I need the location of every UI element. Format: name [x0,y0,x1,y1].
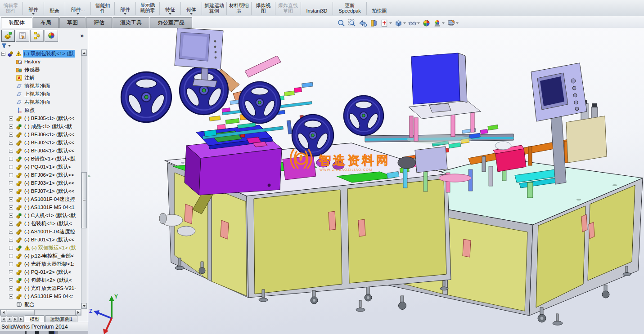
expand-box-icon[interactable] [9,254,13,258]
expand-box-icon[interactable] [9,230,13,234]
ribbon-button-update-speedpak[interactable]: 更新 Speedpak [334,0,365,16]
ribbon-button-show-hidden-components[interactable]: 显示隐藏的零部件 [137,0,158,16]
dropdown-caret-icon[interactable] [77,13,79,15]
reel-4[interactable] [292,115,333,156]
view-settings-button[interactable] [446,18,459,28]
display-style-button[interactable] [394,18,406,28]
tree-item[interactable]: (-) 双侧搬运<1> (默 [0,244,81,252]
tree-item[interactable]: 原点 [0,106,81,114]
command-tab-render-tools[interactable]: 渲染工具 [113,17,149,28]
tab-feature-manager[interactable] [1,30,15,42]
command-tab-layout[interactable]: 布局 [33,17,59,28]
expand-box-icon[interactable] [9,262,13,266]
tree-item[interactable]: (-) B错位<1> (默认<默 [0,155,81,163]
tree-item[interactable]: (-) PQ-01<2> (默认< [0,268,81,276]
tree-item[interactable]: (-) AS1001F-04速度控 [0,227,81,236]
tree-item[interactable]: (-) 光纤放大器托架<1: [0,260,81,268]
filter-dropdown-caret[interactable] [8,45,11,47]
ribbon-button-bill-of-materials[interactable]: 材料明细表 [228,0,250,16]
expand-box-icon[interactable] [9,165,13,169]
panel-expand-button[interactable]: » [80,32,86,39]
tree-item[interactable]: 传感器 [0,66,81,74]
dropdown-caret-icon[interactable] [124,13,126,15]
expand-box-icon[interactable] [9,173,13,177]
view-orientation-button[interactable] [380,18,392,28]
ribbon-button-assembly-features[interactable]: 特征 [161,0,180,16]
tree-item[interactable]: 前视基准面 [0,82,81,90]
first-tab-button[interactable] [1,316,6,322]
tab-motion-study-1[interactable]: 运动算例1 [45,316,77,322]
expand-box-icon[interactable] [9,294,13,298]
tab-property-manager[interactable] [16,30,29,42]
tree-item[interactable]: History [0,58,81,66]
dropdown-caret-icon[interactable] [169,13,171,15]
apply-scene-button[interactable] [432,18,445,28]
last-tab-button[interactable] [18,316,24,322]
expand-box-icon[interactable] [9,238,13,242]
tree-item[interactable]: (-) 包装机<2> (默认< [0,276,81,284]
collapse-box-icon[interactable] [1,52,5,56]
tree-filter[interactable] [0,42,88,49]
ribbon-button-linear-component-pattern[interactable]: 部件... [66,0,90,16]
previous-view-button[interactable] [358,18,368,28]
tree-item[interactable]: (-) PQ-01<1> (默认< [0,163,81,171]
tab-model[interactable]: 模型 [25,316,45,322]
command-tab-assembly[interactable]: 装配体 [1,17,32,28]
expand-box-icon[interactable] [9,214,13,218]
command-tab-evaluate[interactable]: 评估 [86,17,112,28]
tab-display-manager[interactable] [45,30,58,42]
scroll-thumb-horizontal[interactable] [7,310,35,315]
expand-box-icon[interactable] [9,270,13,274]
door-handle[interactable] [221,220,229,239]
tree-item[interactable]: (-) AS1301F-M5-04<: [0,292,81,300]
left-cart-front-door-right[interactable] [212,188,247,296]
ribbon-button-new-motion-study[interactable]: 新建运动算例 [203,0,225,16]
tree-horizontal-scrollbar[interactable] [0,309,81,316]
zoom-to-area-button[interactable] [347,18,357,28]
tree-item[interactable]: (-) 成品<1> (默认<默 [0,122,81,130]
graphics-area[interactable]: 智造资料网 WWW.ZHIZAOZILIAO.COM Y Z X [88,28,644,334]
expand-box-icon[interactable] [9,157,13,161]
tab-configuration-manager[interactable] [30,30,44,42]
scroll-left-button[interactable] [0,310,6,315]
door-handle[interactable] [358,219,365,236]
tree-item[interactable]: 右视基准面 [0,98,81,106]
door-handle[interactable] [463,239,471,257]
expand-box-icon[interactable] [9,125,13,129]
dropdown-caret-icon[interactable] [32,13,35,15]
ribbon-button-mate[interactable]: 配合 [45,0,64,16]
tree-item[interactable]: (-) BFJ05<1> (默认<< [0,114,81,122]
left-cart-side-door[interactable] [254,190,342,294]
ribbon-button-exploded-view[interactable]: 爆炸视图 [252,0,274,16]
command-tab-office-products[interactable]: 办公室产品 [150,17,192,28]
expand-box-icon[interactable] [9,286,13,290]
door-handle[interactable] [329,211,336,230]
scroll-up-button[interactable] [81,50,87,56]
dropdown-caret-icon[interactable] [442,22,445,24]
dropdown-caret-icon[interactable] [417,22,420,24]
dropdown-caret-icon[interactable] [403,22,406,24]
dropdown-caret-icon[interactable] [389,22,392,24]
scroll-thumb[interactable] [81,172,87,228]
ribbon-button-insert-component[interactable]: 部件 [24,0,43,16]
ribbon-button-instant3d[interactable]: Instant3D [302,0,332,16]
door-handle[interactable] [185,204,193,224]
door-handle[interactable] [581,214,587,232]
scroll-right-button[interactable] [75,310,81,315]
prev-tab-button[interactable] [7,316,12,322]
tree-item[interactable]: (-) BFJ04<1> (默认<< [0,147,81,155]
tree-item[interactable]: (-) AS1001F-04速度控 [0,195,81,203]
ribbon-button-smart-fasteners[interactable]: 智能扣件 [92,0,113,16]
tree-item[interactable]: (-) BFJ03<1> (默认<< [0,179,81,187]
tree-item[interactable]: (-) 双侧包装机<1> (默 [0,49,81,58]
expand-box-icon[interactable] [9,141,13,145]
expand-box-icon[interactable] [9,149,13,153]
scroll-down-button[interactable] [81,303,87,309]
tree-item[interactable]: (-) BFJ06<1> (默认<< [0,130,81,138]
reel-3[interactable] [239,82,280,123]
tree-item[interactable]: (-) BFJ07<1> (默认<< [0,187,81,195]
ribbon-button-move-component[interactable]: 部件 [116,0,135,16]
tree-item[interactable]: 注解 [0,74,81,82]
next-tab-button[interactable] [13,316,18,322]
expand-box-icon[interactable] [9,222,13,226]
